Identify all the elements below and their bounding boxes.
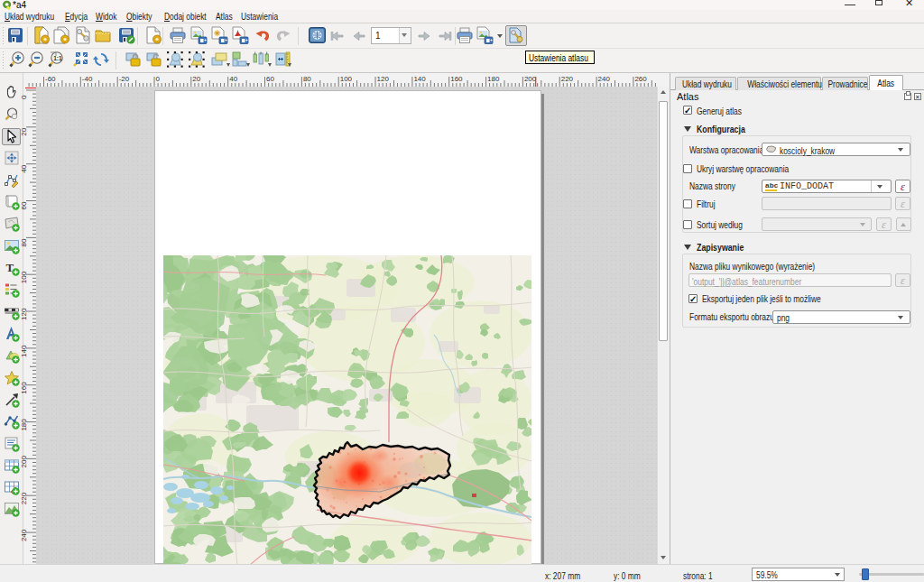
svg-text:160: 160 — [20, 382, 28, 394]
svg-text:220: 220 — [20, 492, 28, 504]
svg-text:80: 80 — [303, 75, 311, 83]
svg-text:140: 140 — [413, 75, 426, 83]
svg-text:0: 0 — [20, 95, 28, 99]
svg-text:260: 260 — [634, 75, 647, 83]
svg-text:60: 60 — [266, 75, 274, 83]
svg-text:200: 200 — [524, 75, 537, 83]
svg-text:100: 100 — [340, 75, 353, 83]
svg-text:120: 120 — [377, 75, 390, 83]
svg-text:200: 200 — [20, 456, 28, 468]
svg-text:0: 0 — [156, 75, 161, 83]
svg-text:80: 80 — [20, 238, 28, 246]
svg-text:20: 20 — [192, 75, 200, 83]
svg-text:240: 240 — [598, 75, 611, 83]
svg-text:180: 180 — [20, 419, 28, 431]
svg-text:-20: -20 — [119, 75, 130, 83]
svg-text:-60: -60 — [45, 75, 56, 83]
svg-text:60: 60 — [20, 201, 28, 209]
svg-text:40: 40 — [20, 164, 28, 172]
svg-text:240: 240 — [20, 529, 28, 541]
svg-text:-40: -40 — [82, 75, 93, 83]
svg-text:160: 160 — [450, 75, 463, 83]
svg-text:220: 220 — [561, 75, 574, 83]
svg-text:140: 140 — [20, 345, 28, 357]
svg-text:40: 40 — [229, 75, 237, 83]
svg-text:120: 120 — [20, 308, 28, 320]
svg-text:100: 100 — [20, 271, 28, 283]
svg-text:20: 20 — [20, 127, 28, 135]
svg-text:180: 180 — [487, 75, 500, 83]
